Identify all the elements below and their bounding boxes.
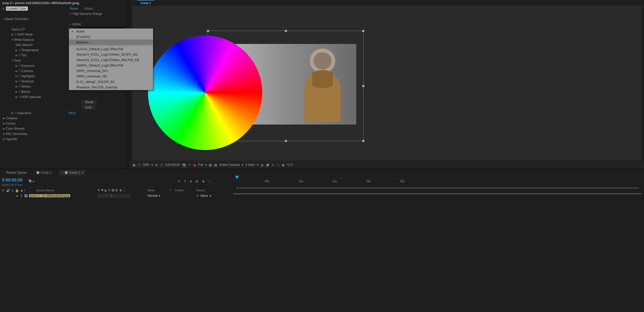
snapshot-icon[interactable]: ▣ — [132, 163, 136, 167]
blend-mode-dropdown[interactable]: Normal — [147, 194, 158, 198]
disclosure-icon[interactable]: ▶ — [3, 117, 6, 120]
motion-blur-icon[interactable]: ◗ — [190, 179, 192, 183]
camera-icon[interactable]: 📷 — [182, 163, 186, 167]
layer-switch[interactable] — [126, 194, 130, 198]
layer-switch[interactable] — [102, 194, 105, 198]
hdr-checkbox[interactable]: ☐ — [69, 12, 72, 16]
transparency-icon[interactable]: ⚭ — [188, 163, 191, 167]
selection-handle[interactable] — [207, 30, 209, 32]
temperature-prop[interactable]: Temperature — [21, 48, 39, 52]
disclosure-icon[interactable]: ▶ — [16, 90, 18, 93]
exposure-prop[interactable]: Exposure — [21, 64, 35, 68]
monitor-icon[interactable]: 🖵 — [138, 163, 141, 167]
basic-correction-section[interactable]: Basic Correction — [6, 17, 29, 21]
lut-option-custom[interactable]: [Custom] — [69, 34, 153, 40]
viewer-canvas[interactable] — [132, 6, 641, 161]
disclosure-icon[interactable]: ▼ — [11, 38, 14, 41]
flowchart-icon[interactable]: ⊹ — [277, 163, 280, 167]
disclosure-icon[interactable]: ▶ — [3, 138, 6, 140]
reset-link[interactable]: Reset — [70, 7, 78, 10]
column-parent[interactable]: Parent — [196, 189, 205, 192]
lut-option[interactable]: ALEXA_Default_LogC2Rec709 — [69, 46, 153, 52]
lut-option[interactable]: Phantom_Rec709_Gamma — [69, 84, 153, 90]
white-balance-section[interactable]: White Balance — [14, 38, 34, 42]
view-dropdown[interactable]: 1 View — [245, 163, 255, 167]
disclosure-icon[interactable]: ▶ — [16, 49, 18, 51]
disclosure-icon[interactable]: ▶ — [16, 96, 18, 98]
mask-icon[interactable]: ◫ — [160, 163, 163, 167]
fast-preview-icon[interactable]: ⚡ — [266, 163, 270, 167]
disclosure-icon[interactable]: ▶ — [16, 70, 18, 72]
stopwatch-icon[interactable]: ⏱ — [18, 64, 21, 67]
lut-option[interactable]: AMIRA_Default_LogC2Rec709 — [69, 63, 153, 68]
about-link[interactable]: About... — [84, 7, 95, 10]
lut-option[interactable]: AlexaV3_K1S1_LogC2Video_DCIP3_EE — [69, 52, 153, 57]
switch-header-icon[interactable]: fx — [108, 188, 110, 192]
switch-header-icon[interactable]: ✱ — [101, 188, 104, 192]
graph-editor-icon[interactable]: ▥ — [195, 179, 198, 183]
lut-option[interactable]: ARRI_Universal_HD — [69, 74, 153, 79]
stopwatch-icon[interactable]: ⏱ — [18, 90, 21, 93]
saturation-prop[interactable]: Saturation — [17, 111, 31, 115]
blacks-prop[interactable]: Blacks — [21, 90, 30, 94]
curves-section[interactable]: Curves — [6, 122, 16, 125]
disclosure-icon[interactable]: ▶ — [17, 194, 18, 197]
tab-comp1[interactable]: Comp 1 — [34, 170, 54, 176]
timeline-timecode[interactable]: 0;00;00;00 — [2, 178, 22, 183]
reset-exposure-icon[interactable]: ◉ — [282, 163, 285, 167]
effect-name[interactable]: Lumetri Color — [6, 6, 28, 11]
tab-comp2[interactable]: ×Comp 2≡ — [59, 170, 86, 176]
disclosure-icon[interactable]: ▼ — [11, 59, 14, 62]
viewer-tab[interactable]: Comp 2 — [137, 0, 154, 6]
stopwatch-icon[interactable]: ⏱ — [18, 85, 21, 88]
eye-icon[interactable]: 👁 — [2, 189, 5, 192]
tone-section[interactable]: Tone — [14, 59, 21, 62]
stopwatch-icon[interactable]: ⏱ — [18, 49, 21, 52]
lut-option[interactable]: D-21_delogC_EI0200_B1 — [69, 79, 153, 84]
layer-switch[interactable] — [118, 194, 122, 198]
timeline-ruler[interactable]: 05s 10s 15s 20s 25s — [234, 178, 641, 186]
chevron-down-icon[interactable]: ▾ — [159, 194, 160, 198]
lut-option[interactable]: AlexaV3_K1S1_LogC2Video_Rec709_EE — [69, 57, 153, 63]
whites-prop[interactable]: Whites — [21, 85, 31, 88]
disclosure-icon[interactable]: ▶ — [11, 112, 14, 114]
grid-icon[interactable]: ▩ — [214, 163, 217, 167]
stopwatch-icon[interactable]: ⏱ — [18, 54, 21, 57]
stopwatch-icon[interactable]: ⏱ — [18, 95, 21, 99]
column-source-name[interactable]: Source Name — [36, 189, 54, 192]
disclosure-icon[interactable]: ▶ — [3, 133, 6, 135]
pixel-aspect-icon[interactable]: ▥ — [260, 163, 264, 167]
solo-icon[interactable]: ● — [12, 189, 14, 192]
lut-option[interactable]: ARRI_Universal_DCI — [69, 68, 153, 74]
auto-button[interactable]: Auto — [82, 105, 95, 110]
stopwatch-icon[interactable]: ⏱ — [18, 80, 21, 83]
selection-handle[interactable] — [362, 85, 364, 87]
frame-blend-icon[interactable]: ✶ — [184, 179, 186, 183]
disclosure-icon[interactable]: ▶ — [16, 80, 18, 83]
vignette-section[interactable]: Vignette — [6, 137, 17, 141]
disclosure-icon[interactable]: ▶ — [16, 54, 18, 57]
layer-switch[interactable]: fx — [110, 194, 113, 198]
selection-handle[interactable] — [285, 30, 287, 32]
close-icon[interactable]: × — [62, 171, 63, 174]
column-mode[interactable]: Mode — [147, 189, 155, 192]
disclosure-icon[interactable]: ▶ — [3, 122, 6, 125]
zoom-level[interactable]: 50% — [143, 163, 149, 167]
lock-icon[interactable]: 🔒 — [15, 189, 19, 192]
audio-icon[interactable]: 🔊 — [6, 189, 10, 192]
reset-button[interactable]: Reset — [82, 100, 97, 105]
resolution-dropdown[interactable]: Full — [198, 163, 203, 167]
shy-icon[interactable]: ⇄ — [178, 179, 180, 183]
stopwatch-icon[interactable]: ⏱ — [18, 69, 21, 73]
creative-section[interactable]: Creative — [6, 116, 17, 120]
parent-dropdown[interactable]: None — [200, 194, 208, 198]
disclosure-icon[interactable]: ▶ — [16, 85, 18, 88]
tab-render-queue[interactable]: Render Queue — [4, 170, 29, 176]
column-trkmat[interactable]: TrkMat — [175, 189, 183, 192]
switch-header-icon[interactable]: ◑ — [119, 188, 122, 192]
timeline-navigator[interactable] — [234, 186, 641, 190]
viewer-timecode[interactable]: 0;00;00;00 — [165, 163, 180, 167]
color-icon[interactable]: ◉ — [193, 163, 196, 167]
active-checkbox[interactable]: ✓ — [69, 23, 71, 26]
layer-duration-bar[interactable] — [234, 193, 641, 194]
